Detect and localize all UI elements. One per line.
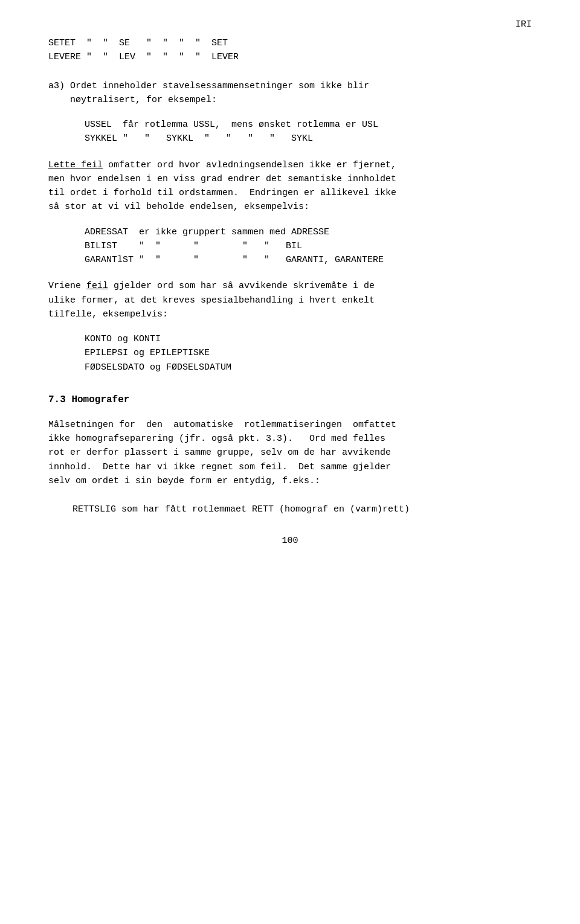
- table-row: BILIST " " " " " BIL: [85, 239, 532, 253]
- para-vriene-feil: Vriene feil gjelder ord som har så avvik…: [48, 279, 532, 321]
- lette-feil-line4: så stor at vi vil beholde endelsen, ekse…: [48, 200, 532, 214]
- table-adressat: ADRESSAT er ikke gruppert sammen med ADR…: [85, 225, 532, 268]
- malsetning-line3: rot er derfor plassert i samme gruppe, s…: [48, 446, 532, 460]
- vriene-feil-line3: tilfelle, eksempelvis:: [48, 307, 532, 321]
- vriene-feil-line1: Vriene feil gjelder ord som har så avvik…: [48, 279, 532, 293]
- lette-feil-line3: til ordet i forhold til ordstammen. Endr…: [48, 186, 532, 200]
- table-row: SETET " " SE " " " " SET: [48, 36, 532, 50]
- table-row: USSEL får rotlemma USSL, mens ønsket rot…: [85, 118, 532, 132]
- underline-feil: feil: [86, 281, 108, 291]
- header-page-label: IRI: [515, 18, 532, 32]
- vriene-feil-line2: ulike former, at det kreves spesialbehan…: [48, 294, 532, 307]
- table-row: ADRESSAT er ikke gruppert sammen med ADR…: [85, 225, 532, 239]
- table-row: SYKKEL " " SYKKL " " " " SYKL: [85, 132, 532, 146]
- page-number: 100: [48, 534, 532, 548]
- heading-7-3: 7.3 Homografer: [48, 393, 532, 407]
- malsetning-line5: selv om ordet i sin bøyde form er entydi…: [48, 474, 532, 488]
- malsetning-line1: Målsetningen for den automatiske rotlemm…: [48, 418, 532, 432]
- para-a3: a3) Ordet inneholder stavelsessammensetn…: [48, 79, 532, 107]
- para-a3-text2: nøytralisert, for eksempel:: [70, 93, 532, 107]
- lette-feil-line2: men hvor endelsen i en viss grad endrer …: [48, 172, 532, 186]
- example-rettslig: RETTSLIG som har fått rotlemmaet RETT (h…: [72, 502, 532, 516]
- table-setet-levere: SETET " " SE " " " " SET LEVERE " " LEV …: [48, 36, 532, 65]
- underline-lette-feil: Lette feil: [48, 160, 103, 170]
- example-fodselsdato: FØDSELSDATO og FØDSELSDATUM: [85, 361, 532, 374]
- example-rettslig-block: RETTSLIG som har fått rotlemmaet RETT (h…: [72, 502, 532, 516]
- heading-7-3-text: 7.3 Homografer: [48, 394, 129, 405]
- table-row: LEVERE " " LEV " " " " LEVER: [48, 50, 532, 64]
- examples-block: KONTO og KONTI EPILEPSI og EPILEPTISKE F…: [85, 332, 532, 374]
- table-ussel-sykkel: USSEL får rotlemma USSL, mens ønsket rot…: [85, 118, 532, 146]
- malsetning-line2: ikke homografseparering (jfr. også pkt. …: [48, 432, 532, 446]
- para-lette-feil: Lette feil omfatter ord hvor avledningse…: [48, 158, 532, 214]
- para-a3-text: a3) Ordet inneholder stavelsessammensetn…: [48, 79, 532, 93]
- page: IRI SETET " " SE " " " " SET LEVERE " " …: [0, 0, 580, 924]
- malsetning-line4: innhold. Dette har vi ikke regnet som fe…: [48, 460, 532, 474]
- table-row: GARANTlST " " " " " GARANTI, GARANTERE: [85, 253, 532, 267]
- example-epilepsi: EPILEPSI og EPILEPTISKE: [85, 346, 532, 360]
- para-malsetning: Målsetningen for den automatiske rotlemm…: [48, 418, 532, 488]
- lette-feil-line1: Lette feil omfatter ord hvor avledningse…: [48, 158, 532, 172]
- example-konto: KONTO og KONTI: [85, 332, 532, 346]
